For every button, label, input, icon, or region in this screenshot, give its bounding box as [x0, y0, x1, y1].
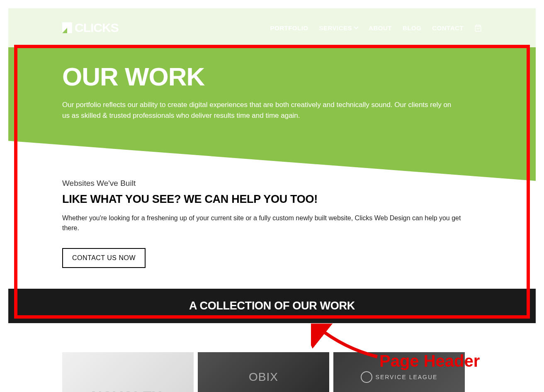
portfolio-item[interactable]: OBIX [198, 352, 329, 392]
nav-portfolio[interactable]: PORTFOLIO [270, 24, 308, 32]
site-header: CLICKS PORTFOLIO SERVICES ABOUT BLOG CON… [8, 8, 536, 47]
hero-body: Our portfolio reflects our ability to cr… [62, 100, 460, 121]
portfolio-badge-icon [361, 371, 372, 383]
nav-services[interactable]: SERVICES [319, 24, 358, 32]
nav-item-label: ABOUT [369, 24, 392, 32]
intro-section: Websites We've Built LIKE WHAT YOU SEE? … [8, 158, 536, 289]
portfolio-item[interactable]: NOVOLEX [62, 352, 194, 392]
intro-body: Whether you're looking for a freshening … [62, 213, 464, 233]
nav-blog[interactable]: BLOG [403, 24, 421, 32]
main-nav: PORTFOLIO SERVICES ABOUT BLOG CONTACT [270, 24, 482, 32]
intro-subtitle: Websites We've Built [62, 179, 482, 188]
nav-item-label: PORTFOLIO [270, 24, 308, 32]
hero-title: OUR WORK [62, 62, 482, 91]
logo-icon [62, 22, 72, 33]
nav-item-label: SERVICES [319, 24, 352, 32]
logo-text: CLICKS [75, 21, 119, 35]
cart-button[interactable] [474, 24, 482, 31]
annotation-arrow-icon [311, 324, 386, 363]
nav-contact[interactable]: CONTACT [432, 24, 464, 32]
portfolio-item-label: NOVOLEX [91, 389, 161, 392]
nav-item-label: CONTACT [432, 24, 464, 32]
chevron-down-icon [354, 24, 358, 29]
nav-about[interactable]: ABOUT [369, 24, 392, 32]
cart-icon [474, 24, 482, 31]
portfolio-item-label: SERVICE LEAGUE [376, 374, 438, 380]
annotation-label: Page Header [379, 352, 480, 370]
contact-us-button[interactable]: CONTACT US NOW [62, 248, 146, 268]
intro-heading: LIKE WHAT YOU SEE? WE CAN HELP YOU TOO! [62, 193, 482, 206]
logo[interactable]: CLICKS [62, 21, 119, 35]
collection-heading: A COLLECTION OF OUR WORK [8, 289, 536, 323]
portfolio-item-label: OBIX [249, 370, 278, 384]
nav-item-label: BLOG [403, 24, 421, 32]
